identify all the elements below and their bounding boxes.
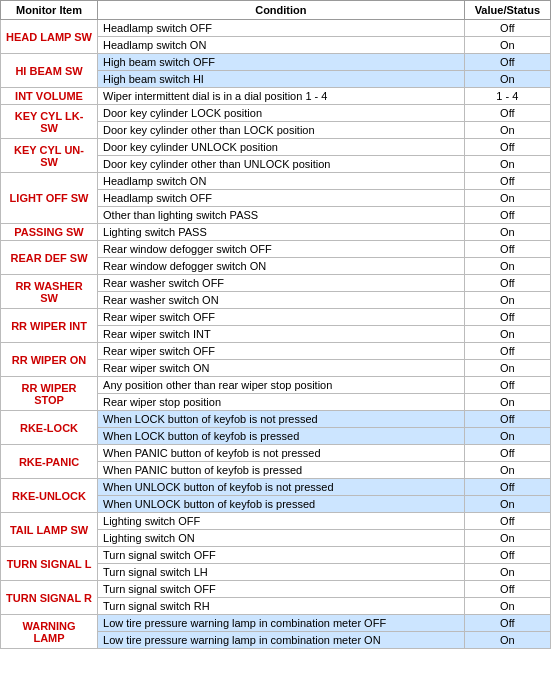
- condition-cell: When UNLOCK button of keyfob is pressed: [98, 496, 465, 513]
- condition-cell: Turn signal switch RH: [98, 598, 465, 615]
- monitor-item-label: RKE-LOCK: [1, 411, 98, 445]
- monitor-item-label: RKE-UNLOCK: [1, 479, 98, 513]
- monitor-item-label: HI BEAM SW: [1, 54, 98, 88]
- value-cell: Off: [464, 445, 550, 462]
- table-row: REAR DEF SWRear window defogger switch O…: [1, 241, 551, 258]
- value-cell: On: [464, 190, 550, 207]
- value-cell: On: [464, 360, 550, 377]
- header-monitor: Monitor Item: [1, 1, 98, 20]
- monitor-item-label: TURN SIGNAL L: [1, 547, 98, 581]
- condition-cell: When LOCK button of keyfob is pressed: [98, 428, 465, 445]
- condition-cell: Door key cylinder UNLOCK position: [98, 139, 465, 156]
- condition-cell: Rear washer switch ON: [98, 292, 465, 309]
- value-cell: Off: [464, 343, 550, 360]
- value-cell: On: [464, 428, 550, 445]
- value-cell: On: [464, 530, 550, 547]
- condition-cell: Wiper intermittent dial is in a dial pos…: [98, 88, 465, 105]
- condition-cell: Turn signal switch LH: [98, 564, 465, 581]
- table-row: RR WASHER SWRear washer switch OFFOff: [1, 275, 551, 292]
- monitor-item-label: RR WIPER ON: [1, 343, 98, 377]
- value-cell: Off: [464, 513, 550, 530]
- value-cell: Off: [464, 20, 550, 37]
- condition-cell: Low tire pressure warning lamp in combin…: [98, 615, 465, 632]
- table-row: LIGHT OFF SWHeadlamp switch ONOff: [1, 173, 551, 190]
- condition-cell: When PANIC button of keyfob is pressed: [98, 462, 465, 479]
- table-row: RKE-LOCKWhen LOCK button of keyfob is no…: [1, 411, 551, 428]
- table-row: RR WIPER STOPAny position other than rea…: [1, 377, 551, 394]
- value-cell: Off: [464, 173, 550, 190]
- table-row: TURN SIGNAL RTurn signal switch OFFOff: [1, 581, 551, 598]
- value-cell: On: [464, 258, 550, 275]
- condition-cell: Rear wiper switch INT: [98, 326, 465, 343]
- header-condition: Condition: [98, 1, 465, 20]
- value-cell: Off: [464, 377, 550, 394]
- monitor-table: Monitor Item Condition Value/Status HEAD…: [0, 0, 551, 649]
- value-cell: On: [464, 632, 550, 649]
- monitor-item-label: RR WIPER STOP: [1, 377, 98, 411]
- value-cell: On: [464, 156, 550, 173]
- value-cell: On: [464, 564, 550, 581]
- condition-cell: When UNLOCK button of keyfob is not pres…: [98, 479, 465, 496]
- value-cell: Off: [464, 547, 550, 564]
- monitor-item-label: WARNING LAMP: [1, 615, 98, 649]
- monitor-item-label: TURN SIGNAL R: [1, 581, 98, 615]
- condition-cell: Door key cylinder LOCK position: [98, 105, 465, 122]
- value-cell: Off: [464, 411, 550, 428]
- value-cell: Off: [464, 581, 550, 598]
- condition-cell: Lighting switch OFF: [98, 513, 465, 530]
- value-cell: Off: [464, 139, 550, 156]
- value-cell: Off: [464, 615, 550, 632]
- condition-cell: High beam switch HI: [98, 71, 465, 88]
- value-cell: On: [464, 326, 550, 343]
- table-row: KEY CYL UN-SWDoor key cylinder UNLOCK po…: [1, 139, 551, 156]
- value-cell: On: [464, 292, 550, 309]
- monitor-item-label: RR WASHER SW: [1, 275, 98, 309]
- condition-cell: Rear washer switch OFF: [98, 275, 465, 292]
- table-row: PASSING SWLighting switch PASSOn: [1, 224, 551, 241]
- value-cell: Off: [464, 105, 550, 122]
- table-row: HEAD LAMP SWHeadlamp switch OFFOff: [1, 20, 551, 37]
- value-cell: On: [464, 224, 550, 241]
- condition-cell: Lighting switch PASS: [98, 224, 465, 241]
- table-row: TAIL LAMP SWLighting switch OFFOff: [1, 513, 551, 530]
- table-row: WARNING LAMPLow tire pressure warning la…: [1, 615, 551, 632]
- value-cell: On: [464, 394, 550, 411]
- table-row: TURN SIGNAL LTurn signal switch OFFOff: [1, 547, 551, 564]
- monitor-item-label: KEY CYL LK-SW: [1, 105, 98, 139]
- value-cell: On: [464, 37, 550, 54]
- condition-cell: Door key cylinder other than UNLOCK posi…: [98, 156, 465, 173]
- condition-cell: Turn signal switch OFF: [98, 581, 465, 598]
- value-cell: On: [464, 122, 550, 139]
- condition-cell: Headlamp switch ON: [98, 173, 465, 190]
- condition-cell: High beam switch OFF: [98, 54, 465, 71]
- monitor-item-label: TAIL LAMP SW: [1, 513, 98, 547]
- condition-cell: Any position other than rear wiper stop …: [98, 377, 465, 394]
- condition-cell: Other than lighting switch PASS: [98, 207, 465, 224]
- monitor-item-label: PASSING SW: [1, 224, 98, 241]
- condition-cell: Turn signal switch OFF: [98, 547, 465, 564]
- table-row: RKE-PANICWhen PANIC button of keyfob is …: [1, 445, 551, 462]
- condition-cell: Rear wiper switch OFF: [98, 309, 465, 326]
- condition-cell: Low tire pressure warning lamp in combin…: [98, 632, 465, 649]
- value-cell: Off: [464, 479, 550, 496]
- monitor-item-label: REAR DEF SW: [1, 241, 98, 275]
- monitor-item-label: RKE-PANIC: [1, 445, 98, 479]
- value-cell: 1 - 4: [464, 88, 550, 105]
- header-value: Value/Status: [464, 1, 550, 20]
- value-cell: Off: [464, 241, 550, 258]
- value-cell: Off: [464, 309, 550, 326]
- condition-cell: Door key cylinder other than LOCK positi…: [98, 122, 465, 139]
- table-row: KEY CYL LK-SWDoor key cylinder LOCK posi…: [1, 105, 551, 122]
- monitor-item-label: LIGHT OFF SW: [1, 173, 98, 224]
- value-cell: Off: [464, 207, 550, 224]
- monitor-item-label: RR WIPER INT: [1, 309, 98, 343]
- table-row: RKE-UNLOCKWhen UNLOCK button of keyfob i…: [1, 479, 551, 496]
- condition-cell: Rear wiper stop position: [98, 394, 465, 411]
- condition-cell: Rear window defogger switch ON: [98, 258, 465, 275]
- table-row: INT VOLUMEWiper intermittent dial is in …: [1, 88, 551, 105]
- monitor-item-label: INT VOLUME: [1, 88, 98, 105]
- value-cell: Off: [464, 54, 550, 71]
- table-row: RR WIPER INTRear wiper switch OFFOff: [1, 309, 551, 326]
- condition-cell: When PANIC button of keyfob is not press…: [98, 445, 465, 462]
- condition-cell: Rear wiper switch ON: [98, 360, 465, 377]
